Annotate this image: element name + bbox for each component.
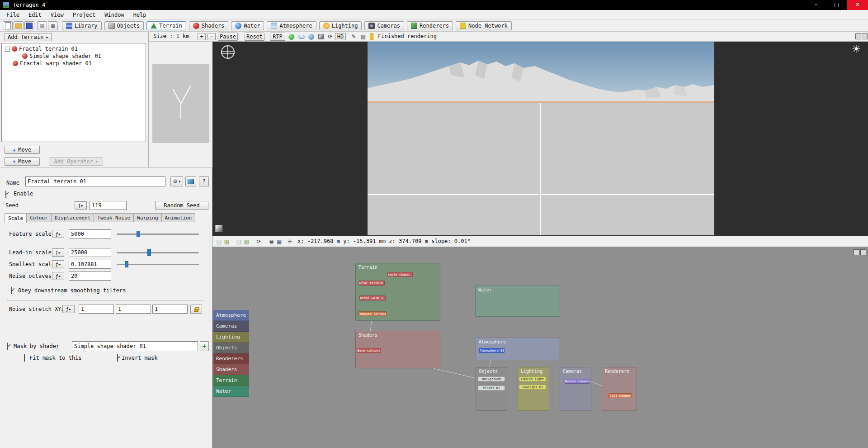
camera-view-icon[interactable]: ◫ — [235, 238, 243, 245]
node-sunlight-01[interactable]: Sunlight 01 — [519, 385, 546, 390]
exposure-bar-icon[interactable] — [370, 33, 373, 40]
tree-row-fractal-terrain[interactable]: − Fractal terrain 01 — [5, 45, 78, 52]
viewport-detach-button[interactable] — [855, 33, 861, 39]
name-input[interactable]: Fractal terrain 01 — [25, 176, 165, 186]
menu-window[interactable]: Window — [100, 10, 128, 20]
new-project-button[interactable] — [3, 21, 13, 30]
open-project-button[interactable] — [14, 21, 24, 30]
legend-lighting[interactable]: Lighting — [213, 332, 249, 343]
zoom-in-button[interactable]: + — [198, 33, 206, 40]
shaders-button[interactable]: Shaders — [189, 21, 229, 30]
help-button[interactable]: ? — [199, 176, 209, 186]
reset-button[interactable]: Reset — [245, 33, 264, 41]
menu-file[interactable]: File — [2, 10, 24, 20]
node-background[interactable]: Background — [478, 377, 505, 381]
group-water[interactable]: Water — [475, 286, 560, 317]
tab-animation[interactable]: Animation — [161, 213, 196, 222]
network-detach-button[interactable] — [854, 249, 859, 255]
tree-row-simple-shape[interactable]: Simple shape shader 01 — [22, 52, 101, 60]
eye-icon[interactable]: ◉ — [268, 238, 275, 245]
legend-renderers[interactable]: Renderers — [213, 353, 249, 364]
pause-button[interactable]: Pause — [218, 33, 238, 41]
smallest-scale-fx-button[interactable]: ƒ▸ — [52, 260, 64, 268]
target-icon[interactable]: ✛ — [286, 238, 294, 245]
node-network-panel[interactable]: Atmosphere Cameras Lighting Objects Rend… — [212, 247, 868, 448]
node-fractal-warp[interactable]: Fractal warp s... — [359, 295, 386, 300]
mask-shader-input[interactable]: Simple shape shader 01 — [72, 341, 198, 351]
clouds-toggle-icon[interactable] — [297, 33, 305, 40]
library-button[interactable]: Library — [62, 21, 102, 30]
tab-colour[interactable]: Colour — [26, 213, 52, 222]
node-fractal-terrain[interactable]: Fractal terrain 01 — [359, 281, 385, 286]
noise-octaves-input[interactable]: 20 — [69, 272, 111, 281]
rtp-button[interactable]: RTP — [270, 33, 285, 41]
node-network-button[interactable]: Node Network — [456, 21, 512, 30]
legend-cameras[interactable]: Cameras — [213, 321, 249, 332]
measure-icon[interactable]: ▨ — [359, 33, 367, 40]
node-atmosphere-01[interactable]: Atmosphere 01 — [479, 348, 505, 353]
slider-handle[interactable] — [125, 261, 128, 267]
lead-in-scale-fx-button[interactable]: ƒ▸ — [52, 248, 64, 257]
group-cameras[interactable]: Cameras — [560, 367, 591, 411]
random-seed-button[interactable]: Random Seed — [155, 201, 208, 210]
tree-row-fractal-warp[interactable]: Fractal warp shader 01 — [13, 60, 92, 67]
legend-terrain[interactable]: Terrain — [213, 375, 249, 386]
layout-toggle-1-button[interactable]: ▤ — [37, 21, 47, 30]
tab-displacement[interactable]: Displacement — [51, 213, 94, 222]
node-enviro-light[interactable]: Enviro light — [519, 377, 546, 381]
noise-stretch-y-input[interactable]: 1 — [116, 305, 151, 314]
shader-preview-thumbnail[interactable] — [152, 64, 209, 143]
shading-gradient-icon[interactable] — [215, 225, 222, 232]
objects-button[interactable]: Objects — [104, 21, 144, 30]
node-render-camera[interactable]: Render Camera — [565, 379, 590, 384]
tree-item-label[interactable]: Simple shape shader 01 — [29, 53, 101, 59]
paint-brush-icon[interactable]: ✎ — [350, 33, 358, 40]
noise-stretch-fx-button[interactable]: ƒ▸ — [62, 305, 75, 313]
viewport-3d[interactable]: ☀ — [212, 42, 868, 236]
tab-scale[interactable]: Scale — [5, 213, 27, 223]
legend-shaders[interactable]: Shaders — [213, 364, 249, 375]
noise-stretch-x-input[interactable]: 1 — [79, 305, 114, 314]
move-down-button[interactable]: ▼ Move — [5, 157, 40, 166]
frame-icon[interactable]: ▦ — [275, 238, 283, 245]
add-operator-button[interactable]: Add Operator ▸ — [49, 157, 103, 166]
lead-in-scale-input[interactable]: 25000 — [69, 248, 111, 257]
sun-position-icon[interactable]: ☀ — [852, 43, 861, 55]
assign-shader-button[interactable]: + — [200, 341, 209, 351]
refresh-view-icon[interactable]: ⟳ — [326, 33, 334, 40]
terrain-button[interactable]: Terrain — [146, 21, 186, 30]
network-maximize-button[interactable] — [860, 249, 866, 255]
legend-atmosphere[interactable]: Atmosphere — [213, 310, 249, 321]
legend-water[interactable]: Water — [213, 386, 249, 397]
preview-image-button[interactable] — [185, 176, 196, 186]
tree-item-label[interactable]: Fractal terrain 01 — [19, 46, 78, 52]
node-full-render[interactable]: Full Render — [609, 393, 632, 398]
collapse-expander-icon[interactable]: − — [5, 47, 10, 52]
seed-input[interactable]: 119 — [90, 201, 127, 210]
close-button[interactable]: ✕ — [847, 0, 868, 10]
renderers-button[interactable]: Renderers — [407, 21, 453, 30]
invert-mask-checkbox[interactable]: ✓ — [117, 354, 118, 362]
water-button[interactable]: Water — [231, 21, 264, 30]
tab-warping[interactable]: Warping — [133, 213, 161, 222]
menu-edit[interactable]: Edit — [24, 10, 46, 20]
slider-handle[interactable] — [137, 231, 140, 237]
group-renderers[interactable]: Renderers — [602, 367, 637, 411]
cameras-button[interactable]: Cameras — [364, 21, 404, 30]
noise-stretch-z-input[interactable]: 1 — [152, 305, 188, 314]
lead-in-scale-slider[interactable] — [117, 252, 199, 253]
feature-scale-slider[interactable] — [117, 234, 199, 235]
atmosphere-button[interactable]: Atmosphere — [267, 21, 316, 30]
mask-by-shader-checkbox[interactable]: ✓ — [7, 343, 8, 350]
node-compute-terrain[interactable]: Compute Terrain — [359, 311, 387, 316]
feature-scale-input[interactable]: 5000 — [69, 229, 111, 238]
hd-button[interactable]: HD — [335, 33, 346, 40]
legend-objects[interactable]: Objects — [213, 343, 249, 353]
save-project-button[interactable] — [24, 21, 34, 30]
maximize-button[interactable]: □ — [826, 0, 847, 10]
lighting-button[interactable]: Lighting — [319, 21, 362, 30]
tree-item-label[interactable]: Fractal warp shader 01 — [20, 60, 92, 67]
add-terrain-button[interactable]: Add Terrain ▸ — [5, 33, 52, 41]
smallest-scale-slider[interactable] — [117, 264, 199, 265]
enable-checkbox[interactable]: ✓ — [5, 191, 6, 198]
